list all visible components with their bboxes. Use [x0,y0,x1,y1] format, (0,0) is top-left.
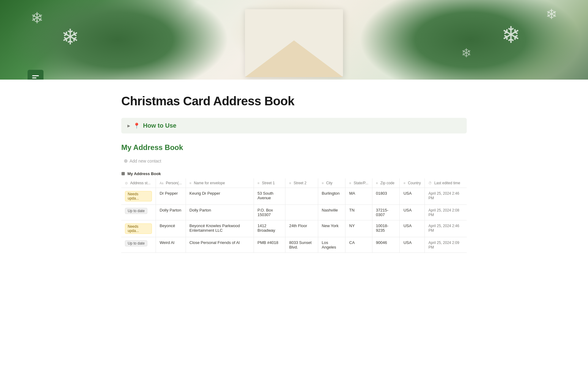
cell-envelope-3[interactable]: Close Personal Friends of Al [186,237,254,253]
cell-state-1[interactable]: TN [345,205,372,220]
street2-2: 24th Floor [289,223,307,228]
col-header-envelope[interactable]: ≡ Name for envelope [186,178,254,188]
cell-status-3[interactable]: Up to date [121,237,156,253]
col-label-street1: Street 1 [262,181,275,185]
snowflake-icon-1: ❄ [61,24,79,50]
cell-street2-2[interactable]: 24th Floor [285,220,318,237]
col-icon-street1: ≡ [258,181,259,185]
cell-city-2[interactable]: New York [318,220,345,237]
cell-person-3[interactable]: Weird Al [156,237,186,253]
col-icon-state: ≡ [349,181,351,185]
snowflake-icon-4: ❄ [546,6,557,22]
cell-last-edited-2: April 25, 2024 2:46 PM [424,220,467,237]
cell-zip-1[interactable]: 37215-0307 [372,205,400,220]
cell-status-1[interactable]: Up to date [121,205,156,220]
cell-street1-2[interactable]: 1412 Broadway [254,220,285,237]
col-header-country[interactable]: ≡ Country [400,178,424,188]
col-header-street1[interactable]: ≡ Street 1 [254,178,285,188]
page-icon-lines [32,75,39,80]
page-icon-line-1 [32,75,39,76]
page-icon-line-2 [32,77,36,78]
pin-emoji-icon: 📍 [133,122,140,129]
zip-3: 90046 [376,240,387,245]
table-row[interactable]: Up to date Dolly Parton Dolly Parton P.O… [121,205,467,220]
cell-city-3[interactable]: Los Angeles [318,237,345,253]
city-2: New York [322,223,339,228]
state-0: MA [349,191,355,196]
city-3: Los Angeles [322,240,336,249]
col-icon-person: Aa [160,182,163,185]
table-row[interactable]: Needs upda... Beyoncé Beyoncé Knowles Pa… [121,220,467,237]
cell-zip-0[interactable]: 01803 [372,188,400,205]
cell-envelope-2[interactable]: Beyoncé Knowles Parkwood Entertainment L… [186,220,254,237]
street2-3: 8033 Sunset Blvd. [289,240,311,249]
col-header-last-edited[interactable]: ⏱ Last edited time [424,178,467,188]
cell-country-3[interactable]: USA [400,237,424,253]
col-header-city[interactable]: ≡ City [318,178,345,188]
cell-zip-3[interactable]: 90046 [372,237,400,253]
col-header-street2[interactable]: ≡ Street 2 [285,178,318,188]
col-label-state: State/P... [354,181,368,185]
table-body: Needs upda... Dr Pepper Keurig Dr Pepper… [121,188,467,253]
cell-zip-2[interactable]: 10018-9235 [372,220,400,237]
cell-status-2[interactable]: Needs upda... [121,220,156,237]
col-header-zip[interactable]: ≡ Zip code [372,178,400,188]
status-badge-2: Needs upda... [125,223,152,234]
state-2: NY [349,223,355,228]
last-edited-1: April 25, 2024 2:08 PM [428,208,459,217]
page-icon-wrapper [28,70,43,80]
col-label-last-edited: Last edited time [434,181,460,185]
how-to-use-label: How to Use [143,122,176,129]
street1-1: P.O. Box 150307 [258,208,273,217]
col-label-status: Address st... [130,181,151,185]
cell-city-0[interactable]: Burlington [318,188,345,205]
cell-street1-1[interactable]: P.O. Box 150307 [254,205,285,220]
cell-state-2[interactable]: NY [345,220,372,237]
cell-person-2[interactable]: Beyoncé [156,220,186,237]
table-header: ⊙ Address st... Aa Person(... ≡ Na [121,178,467,188]
person-name-1: Dolly Parton [160,208,181,212]
col-header-person[interactable]: Aa Person(... [156,178,186,188]
cell-country-2[interactable]: USA [400,220,424,237]
cell-country-1[interactable]: USA [400,205,424,220]
cell-person-1[interactable]: Dolly Parton [156,205,186,220]
status-badge-1: Up to date [125,208,147,214]
cell-envelope-0[interactable]: Keurig Dr Pepper [186,188,254,205]
street1-0: 53 South Avenue [258,191,273,200]
col-header-status[interactable]: ⊙ Address st... [121,178,156,188]
cell-person-0[interactable]: Dr Pepper [156,188,186,205]
envelope-decoration [245,9,343,77]
last-edited-2: April 25, 2024 2:46 PM [428,224,459,233]
cell-last-edited-3: April 25, 2024 2:09 PM [424,237,467,253]
table-row[interactable]: Up to date Weird Al Close Personal Frien… [121,237,467,253]
zip-0: 01803 [376,191,387,196]
add-contact-icon: ⊕ [124,158,128,164]
col-label-country: Country [408,181,421,185]
cell-state-3[interactable]: CA [345,237,372,253]
add-contact-button[interactable]: ⊕ Add new contact [121,157,164,165]
cell-status-0[interactable]: Needs upda... [121,188,156,205]
col-icon-envelope: ≡ [190,181,191,185]
col-label-city: City [326,181,333,185]
cell-state-0[interactable]: MA [345,188,372,205]
status-badge-3: Up to date [125,240,147,246]
cell-city-1[interactable]: Nashville [318,205,345,220]
cell-street2-1[interactable] [285,205,318,220]
cell-envelope-1[interactable]: Dolly Parton [186,205,254,220]
col-header-state[interactable]: ≡ State/P... [345,178,372,188]
col-label-zip: Zip code [380,181,394,185]
cell-street1-0[interactable]: 53 South Avenue [254,188,285,205]
country-2: USA [403,223,412,228]
col-label-envelope: Name for envelope [194,181,225,185]
last-edited-0: April 25, 2024 2:46 PM [428,191,459,200]
cell-street1-3[interactable]: PMB #4018 [254,237,285,253]
cell-last-edited-0: April 25, 2024 2:46 PM [424,188,467,205]
cell-street2-3[interactable]: 8033 Sunset Blvd. [285,237,318,253]
hero-banner: ❄ ❄ ❄ ❄ ❄ [0,0,588,80]
cell-street2-0[interactable] [285,188,318,205]
how-to-use-section[interactable]: ▶ 📍 How to Use [121,118,467,133]
cell-country-0[interactable]: USA [400,188,424,205]
page-icon-line-3 [32,80,39,80]
col-icon-street2: ≡ [289,181,291,185]
table-row[interactable]: Needs upda... Dr Pepper Keurig Dr Pepper… [121,188,467,205]
